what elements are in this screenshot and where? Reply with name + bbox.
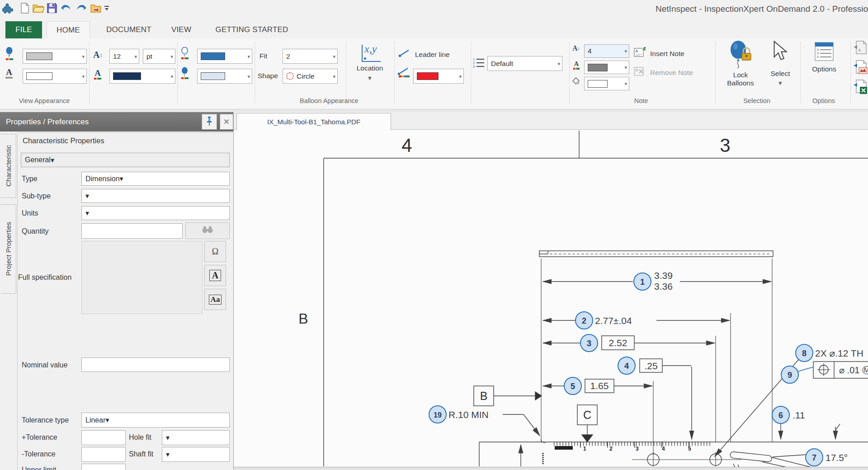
datum-b-label[interactable]: B [480, 390, 488, 402]
pin-panel-button[interactable] [202, 114, 217, 130]
tab-home[interactable]: HOME [47, 21, 90, 39]
note-font-size-icon: A↕ [572, 44, 580, 52]
ruler-number-1: 1 [583, 446, 586, 452]
leader-line-icon [399, 48, 411, 57]
tab-file[interactable]: FILE [5, 21, 42, 38]
minus-tolerance-input[interactable] [81, 447, 126, 462]
side-tab-characteristic[interactable]: Characteristic [0, 134, 16, 198]
tab-view[interactable]: VIEW [166, 21, 196, 38]
side-tab-label: Characteristic [5, 145, 12, 187]
document-tab[interactable]: IX_Multi-Tool-B1_Tahoma.PDF [236, 113, 391, 130]
note-color-combo[interactable] [584, 61, 629, 74]
balloon-19[interactable]: 19 [429, 406, 446, 423]
horizontal-scrollbar[interactable] [234, 467, 868, 470]
dim-text-3.36[interactable]: 3.36 [654, 281, 673, 291]
qat-more-icon[interactable] [103, 1, 110, 15]
side-tab-project-properties[interactable]: Project Properties [0, 204, 16, 294]
insert-note-button[interactable]: Insert Note [650, 50, 684, 58]
balloon-7[interactable]: 7 [806, 449, 823, 466]
tolerance-type-combo[interactable]: Linear [81, 413, 230, 428]
export-pdf-icon[interactable]: A [853, 41, 868, 57]
font-format-button[interactable]: A [204, 265, 226, 286]
view-balloon-color-combo[interactable] [23, 49, 87, 64]
balloon-3[interactable]: 3 [580, 334, 598, 352]
note-fill-combo[interactable] [584, 77, 629, 90]
technical-drawing[interactable]: 4 3 B 3.39 3.36 2.77±.04 2.52 .25 1.65 .… [234, 130, 868, 467]
tab-getting-started[interactable]: GETTING STARTED [211, 21, 293, 38]
open-folder-icon[interactable] [32, 1, 45, 15]
plus-tolerance-input[interactable] [81, 430, 126, 445]
leader-color-combo[interactable] [413, 69, 464, 84]
ruler-number-2: 2 [609, 446, 613, 452]
side-tab-label: Project Properties [5, 222, 12, 276]
dim-text-2x-dia[interactable]: 2X ⌀.12 TH [815, 348, 863, 358]
undo-icon[interactable] [60, 1, 73, 15]
export-report-icon[interactable] [853, 60, 868, 76]
subtype-combo[interactable] [81, 189, 230, 203]
binoculars-icon [202, 226, 213, 236]
leader-line-label[interactable]: Leader line [415, 51, 450, 59]
panel-title: Properties / Preferences [6, 118, 89, 127]
balloon-style-combo[interactable]: Default [487, 56, 562, 71]
tab-document[interactable]: DOCUMENT [102, 21, 156, 38]
fcf-text[interactable]: ⌀ .01 Ⓜ [839, 365, 868, 375]
balloon-font-color-combo[interactable] [109, 69, 175, 84]
balloon-fill-color-combo[interactable] [197, 69, 252, 84]
options-button-label: Options [812, 65, 836, 73]
close-panel-button[interactable]: ✕ [220, 114, 233, 130]
balloon-8[interactable]: 8 [796, 344, 813, 362]
category-combo[interactable]: General [21, 153, 230, 167]
new-document-icon[interactable] [18, 1, 32, 15]
balloon-6[interactable]: 6 [772, 406, 789, 423]
view-text-color-combo[interactable] [23, 69, 87, 84]
note-size-combo[interactable]: 4 [584, 44, 629, 58]
section-title: Characteristic Properties [23, 136, 104, 145]
units-label: Units [22, 209, 38, 217]
balloon-9[interactable]: 9 [781, 366, 798, 383]
units-combo[interactable] [81, 206, 230, 220]
lock-balloons-button[interactable]: Lock Balloons [722, 41, 760, 91]
balloon-font-size-combo[interactable]: 12 [109, 49, 139, 64]
group-separator [89, 42, 90, 104]
case-format-button[interactable]: Aa [204, 289, 226, 310]
quantity-search-button[interactable] [185, 222, 230, 239]
dim-text-r10min[interactable]: R.10 MIN [448, 409, 489, 420]
symbol-omega-button[interactable]: Ω [204, 241, 226, 262]
shaft-fit-combo[interactable] [162, 447, 230, 462]
svg-text:A: A [635, 68, 638, 72]
balloon-5[interactable]: 5 [564, 377, 581, 395]
balloon-border-color-combo[interactable] [197, 49, 252, 64]
upper-limit-input[interactable] [81, 464, 126, 470]
svg-text:3: 3 [473, 65, 475, 69]
location-button[interactable]: x,y Location [349, 43, 391, 88]
dim-text-17.5[interactable]: 17.5° [826, 452, 848, 463]
shape-combo[interactable]: Circle [283, 69, 338, 84]
dim-text-.25[interactable]: .25 [644, 361, 657, 371]
export-folder-icon[interactable] [89, 1, 103, 15]
export-excel-icon[interactable] [853, 80, 868, 96]
zone-label-4: 4 [401, 135, 412, 156]
save-icon[interactable] [45, 1, 59, 15]
dim-text-3.39[interactable]: 3.39 [654, 270, 673, 281]
balloon-1[interactable]: 1 [634, 273, 651, 290]
type-combo[interactable]: Dimension [81, 172, 230, 186]
fit-combo[interactable]: 2 [283, 49, 338, 64]
select-button[interactable]: Select [764, 41, 797, 91]
balloon-4[interactable]: 4 [618, 357, 635, 374]
dim-text-2.52[interactable]: 2.52 [609, 338, 627, 348]
balloon-2[interactable]: 2 [576, 312, 593, 329]
hole-fit-combo[interactable] [162, 430, 230, 445]
full-spec-textarea[interactable] [81, 241, 203, 314]
dim-text-.11[interactable]: .11 [793, 410, 805, 420]
dim-text-1.65[interactable]: 1.65 [590, 381, 609, 391]
balloon-font-unit-combo[interactable]: pt [143, 49, 175, 64]
note-fill-icon [571, 77, 580, 86]
chevron-down-icon [170, 74, 173, 79]
datum-c-label[interactable]: C [583, 409, 591, 421]
dim-text-2.77[interactable]: 2.77±.04 [595, 315, 632, 326]
group-label-view-appearance: View Appearance [19, 97, 70, 104]
redo-icon[interactable] [74, 1, 88, 15]
quantity-input[interactable] [81, 223, 183, 239]
options-button[interactable]: Options [809, 42, 839, 85]
nominal-input[interactable] [81, 357, 230, 372]
